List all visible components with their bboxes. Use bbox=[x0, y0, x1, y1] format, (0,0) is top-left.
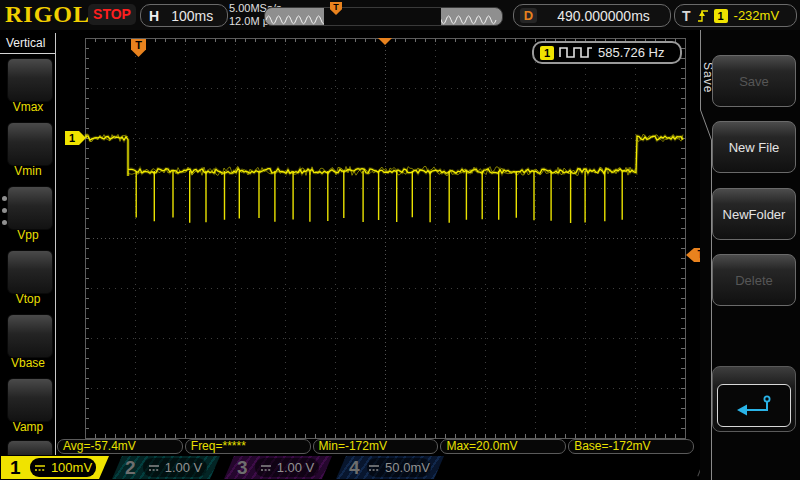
top-status-bar: RIGOL STOP H 100ms 5.00MSa/s 12.0M pts T… bbox=[0, 0, 800, 30]
vtop-label: Vtop bbox=[0, 292, 56, 306]
channel-4-scale-value: 50.0mV bbox=[385, 460, 430, 475]
back-key-face bbox=[717, 384, 791, 427]
channel-4-number: 4 bbox=[349, 456, 360, 479]
channel-1-number: 1 bbox=[10, 456, 21, 479]
channel-1-status[interactable]: 1 100mV bbox=[1, 456, 109, 479]
vbase-label: Vbase bbox=[0, 356, 56, 370]
delay-value: 490.000000ms bbox=[537, 8, 670, 24]
channel-3-number: 3 bbox=[237, 456, 248, 479]
frequency-counter: 1 585.726 Hz bbox=[532, 41, 682, 64]
softkey-menu: Save Save New File NewFolder Delete bbox=[700, 30, 800, 480]
memory-window bbox=[324, 8, 441, 25]
ch1-marker-badge: 1 bbox=[65, 131, 79, 145]
display-area: T 1 T 1 585.726 Hz Avg=-57.4mV Freq=****… bbox=[55, 30, 700, 455]
channel-4-scale: 50.0mV bbox=[367, 458, 431, 477]
vmin-button[interactable] bbox=[7, 122, 53, 166]
squarewave-icon bbox=[559, 46, 593, 59]
channel-1-scale-value: 100mV bbox=[51, 460, 92, 475]
timebase-label: H bbox=[149, 8, 159, 24]
page-indicator-dot bbox=[2, 220, 7, 225]
channel-3-scale-value: 1.00 V bbox=[277, 460, 315, 475]
return-arrow-icon bbox=[733, 393, 775, 419]
channel-4-status[interactable]: 4 50.0mV bbox=[336, 456, 444, 479]
dc-coupling-icon bbox=[368, 464, 380, 472]
delay-center-marker bbox=[378, 38, 392, 45]
channel-status-bar: 1 100mV 2 1.00 V 3 bbox=[0, 455, 800, 480]
dc-coupling-icon bbox=[260, 464, 272, 472]
freq-counter-value: 585.726 Hz bbox=[598, 45, 665, 60]
left-menu-title: Vertical bbox=[0, 33, 55, 54]
trigger-status[interactable]: T 1 -232mV bbox=[674, 4, 797, 27]
softkey-new-folder[interactable]: NewFolder bbox=[712, 188, 796, 240]
vmax-button[interactable] bbox=[7, 58, 53, 102]
channel-3-status[interactable]: 3 1.00 V bbox=[224, 456, 332, 479]
measurement-max[interactable]: Max=20.0mV bbox=[440, 439, 566, 454]
trigger-label: T bbox=[682, 8, 691, 24]
freq-counter-channel-badge: 1 bbox=[540, 46, 554, 60]
trigger-level-value: -232mV bbox=[734, 8, 780, 23]
horizontal-timebase[interactable]: H 100ms bbox=[140, 4, 228, 27]
channel-3-scale: 1.00 V bbox=[255, 458, 319, 477]
softkey-back[interactable] bbox=[712, 366, 796, 432]
run-stop-status[interactable]: STOP bbox=[88, 4, 136, 25]
softkey-delete[interactable]: Delete bbox=[712, 254, 796, 306]
trigger-marker-arrow bbox=[686, 248, 694, 262]
ch1-marker-arrow bbox=[79, 131, 86, 145]
measurement-bar: Avg=-57.4mV Freq=***** Min=-172mV Max=20… bbox=[57, 439, 694, 454]
vpp-button[interactable] bbox=[7, 186, 53, 230]
oscilloscope-screen: RIGOL STOP H 100ms 5.00MSa/s 12.0M pts T… bbox=[0, 0, 800, 480]
vmax-label: Vmax bbox=[0, 100, 56, 114]
measurement-avg[interactable]: Avg=-57.4mV bbox=[57, 439, 183, 454]
softkey-save[interactable]: Save bbox=[712, 55, 796, 107]
channel-2-number: 2 bbox=[125, 456, 136, 479]
next-item-partial[interactable] bbox=[7, 440, 53, 456]
channel-2-status[interactable]: 2 1.00 V bbox=[112, 456, 220, 479]
rising-edge-icon bbox=[697, 9, 709, 23]
softkey-new-file[interactable]: New File bbox=[712, 121, 796, 173]
rigol-logo: RIGOL bbox=[5, 1, 90, 28]
page-indicator-dot bbox=[2, 208, 7, 213]
channel-2-scale-value: 1.00 V bbox=[165, 460, 203, 475]
channel-2-scale: 1.00 V bbox=[143, 458, 207, 477]
delay-label: D bbox=[520, 8, 537, 23]
channel-1-scale: 100mV bbox=[30, 458, 96, 477]
measurement-min[interactable]: Min=-172mV bbox=[313, 439, 439, 454]
trigger-source-badge: 1 bbox=[714, 9, 728, 23]
measurement-freq[interactable]: Freq=***** bbox=[185, 439, 311, 454]
trigger-delay[interactable]: D 490.000000ms bbox=[513, 4, 671, 27]
page-indicator-dot bbox=[2, 196, 7, 201]
vamp-button[interactable] bbox=[7, 378, 53, 422]
dc-coupling-icon bbox=[148, 464, 160, 472]
measurement-base[interactable]: Base=-172mV bbox=[568, 439, 694, 454]
vtop-button[interactable] bbox=[7, 250, 53, 294]
vpp-label: Vpp bbox=[0, 228, 56, 242]
memory-position-bar bbox=[264, 7, 503, 26]
left-measure-menu: Vertical Vmax Vmin Vpp Vtop Vbase Vamp bbox=[0, 30, 56, 455]
vamp-label: Vamp bbox=[0, 420, 56, 434]
vbase-button[interactable] bbox=[7, 314, 53, 358]
vmin-label: Vmin bbox=[0, 164, 56, 178]
ch1-waveform bbox=[55, 30, 700, 455]
timebase-value: 100ms bbox=[171, 8, 213, 24]
dc-coupling-icon bbox=[34, 464, 46, 472]
